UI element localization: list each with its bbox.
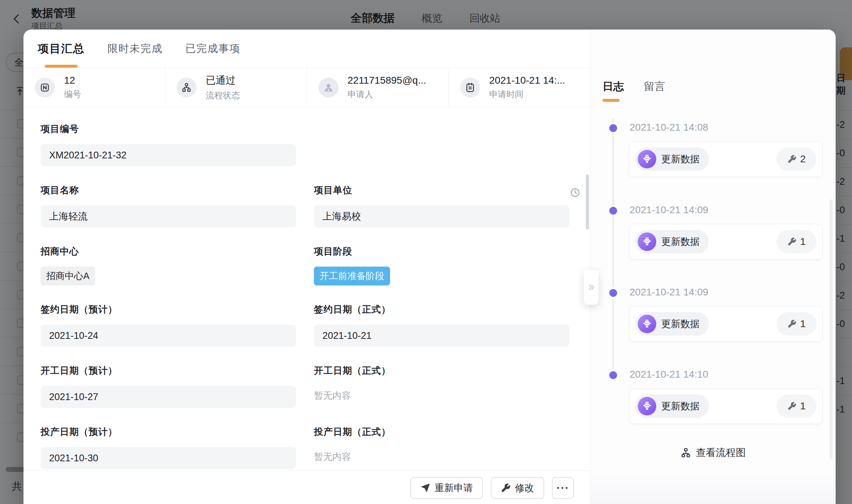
robot-avatar xyxy=(638,315,656,333)
info-card-value: 2211715895@q... xyxy=(348,75,426,86)
info-card-texts: 已通过流程状态 xyxy=(206,74,240,101)
wrench-icon xyxy=(787,154,796,164)
info-card-value: 12 xyxy=(64,75,81,86)
sidebar-bottom-fade xyxy=(590,474,836,504)
form-field-11: 投产日期（预计）2021-10-30 xyxy=(41,426,296,469)
form-field-7: 签约日期（预计）2021-10-24 xyxy=(41,304,296,347)
chevrons-right-icon xyxy=(586,282,596,292)
change-count-pill[interactable]: 1 xyxy=(777,312,816,336)
footer-button-1[interactable]: 重新申请 xyxy=(410,477,483,499)
log-timestamp: 2021-10-21 14:10 xyxy=(630,369,708,380)
collapse-sidebar-button[interactable] xyxy=(584,270,599,305)
form-field-10: 开工日期（正式）暂无内容 xyxy=(314,365,569,408)
screen: 数据管理 项目汇总 全部数据概览回收站 全 共 日期 -2-0-2-0-1-0-… xyxy=(0,0,852,504)
field-label: 项目编号 xyxy=(41,124,296,134)
log-action-pill: 更新数据 xyxy=(635,312,709,336)
log-sidebar: 日志留言 2021-10-21 14:08更新数据22021-10-21 14:… xyxy=(590,30,836,504)
change-count-pill[interactable]: 1 xyxy=(777,230,816,253)
wrench-icon xyxy=(501,483,511,493)
form-panel: 项目编号XM2021-10-21-32项目名称上海轻流项目单位上海易校招商中心招… xyxy=(23,107,590,504)
change-count-pill[interactable]: 2 xyxy=(777,147,816,171)
view-flowchart-link[interactable]: 查看流程图 xyxy=(590,446,836,460)
info-card-texts: 2021-10-21 14:...申请时间 xyxy=(489,75,565,100)
robot-icon xyxy=(641,318,653,330)
info-card-value: 已通过 xyxy=(206,74,240,87)
timeline-dot xyxy=(609,124,617,132)
flowchart-icon xyxy=(680,447,691,458)
field-value-input[interactable]: 2021-10-24 xyxy=(41,325,296,347)
sidebar-tab-2[interactable]: 留言 xyxy=(644,79,665,94)
log-timestamp: 2021-10-21 14:08 xyxy=(630,122,708,133)
log-entry[interactable]: 更新数据2 xyxy=(629,141,822,177)
form-field-3: 项目名称上海轻流 xyxy=(41,185,296,227)
log-entry[interactable]: 更新数据1 xyxy=(629,224,822,259)
info-card-label: 申请时间 xyxy=(489,89,565,100)
timeline-dot xyxy=(609,207,617,215)
field-label: 投产日期（正式） xyxy=(314,426,569,437)
calendar-icon xyxy=(464,82,476,93)
field-value-tag: 开工前准备阶段 xyxy=(314,267,390,285)
form-field-1: 项目编号XM2021-10-21-32 xyxy=(41,124,296,166)
field-label: 签约日期（正式） xyxy=(314,304,569,315)
log-action-label: 更新数据 xyxy=(661,153,700,166)
field-label: 项目名称 xyxy=(41,185,296,195)
info-icon-circle xyxy=(460,78,480,98)
change-count: 1 xyxy=(800,400,806,412)
wrench-icon xyxy=(787,237,796,246)
info-icon-circle xyxy=(35,78,55,98)
log-action-label: 更新数据 xyxy=(661,235,700,248)
workflow-icon xyxy=(181,82,192,93)
log-entry[interactable]: 更新数据1 xyxy=(629,388,822,424)
field-label: 项目阶段 xyxy=(314,246,569,257)
history-clock-icon[interactable] xyxy=(569,187,581,198)
log-entry[interactable]: 更新数据1 xyxy=(629,306,822,342)
field-empty-placeholder: 暂无内容 xyxy=(314,386,569,402)
footer-button-3[interactable]: ··· xyxy=(552,477,574,499)
modal-tab-3[interactable]: 已完成事项 xyxy=(185,30,241,68)
log-timestamp: 2021-10-21 14:09 xyxy=(630,287,708,298)
info-card-row: 12编号已通过流程状态2211715895@q...申请人2021-10-21 … xyxy=(23,68,590,107)
robot-avatar xyxy=(638,232,656,251)
field-label: 招商中心 xyxy=(41,246,296,257)
detail-modal: 项目汇总限时未完成已完成事项 12编号已通过流程状态2211715895@q..… xyxy=(23,30,836,504)
sidebar-tabs: 日志留言 xyxy=(603,79,665,94)
change-count-pill[interactable]: 1 xyxy=(777,394,816,418)
timeline-line xyxy=(612,119,614,378)
field-empty-placeholder: 暂无内容 xyxy=(314,447,569,463)
form-scrollbar[interactable] xyxy=(586,174,589,230)
robot-icon xyxy=(641,400,653,412)
modal-tab-1[interactable]: 项目汇总 xyxy=(38,30,85,68)
info-card-流程状态: 已通过流程状态 xyxy=(165,68,307,107)
info-icon-circle xyxy=(319,78,338,98)
timeline-dot xyxy=(609,371,617,379)
change-count: 1 xyxy=(800,318,806,330)
log-timestamp: 2021-10-21 14:09 xyxy=(630,204,708,216)
sidebar-tab-1[interactable]: 日志 xyxy=(603,79,624,94)
info-card-label: 编号 xyxy=(64,89,81,100)
field-label: 签约日期（预计） xyxy=(41,304,296,315)
send-icon xyxy=(420,483,430,493)
log-action-pill: 更新数据 xyxy=(635,147,709,171)
field-value-tag: 招商中心A xyxy=(41,267,95,285)
field-value-input[interactable]: 2021-10-21 xyxy=(314,325,569,347)
wrench-icon xyxy=(787,401,796,411)
footer-button-2[interactable]: 修改 xyxy=(491,477,544,499)
field-value-input[interactable]: 2021-10-27 xyxy=(41,386,296,408)
form-grid: 项目编号XM2021-10-21-32项目名称上海轻流项目单位上海易校招商中心招… xyxy=(41,124,569,488)
footer-button-label: ··· xyxy=(557,482,569,494)
field-value-input[interactable]: 上海易校 xyxy=(314,205,569,227)
info-card-texts: 12编号 xyxy=(64,75,81,100)
sidebar-scrollbar[interactable] xyxy=(830,199,833,459)
field-value-input[interactable]: 上海轻流 xyxy=(41,205,296,227)
field-value-input[interactable]: XM2021-10-21-32 xyxy=(41,144,296,166)
field-value-input[interactable]: 2021-10-30 xyxy=(41,447,296,469)
footer-action-bar: 重新申请修改··· xyxy=(23,471,590,504)
form-field-8: 签约日期（正式）2021-10-21 xyxy=(314,304,569,347)
log-action-pill: 更新数据 xyxy=(635,230,709,253)
change-count: 2 xyxy=(800,153,806,165)
info-card-value: 2021-10-21 14:... xyxy=(489,75,565,86)
robot-icon xyxy=(641,153,653,165)
footer-button-label: 修改 xyxy=(515,482,534,494)
modal-tab-2[interactable]: 限时未完成 xyxy=(107,30,163,68)
info-card-编号: 12编号 xyxy=(23,68,165,107)
